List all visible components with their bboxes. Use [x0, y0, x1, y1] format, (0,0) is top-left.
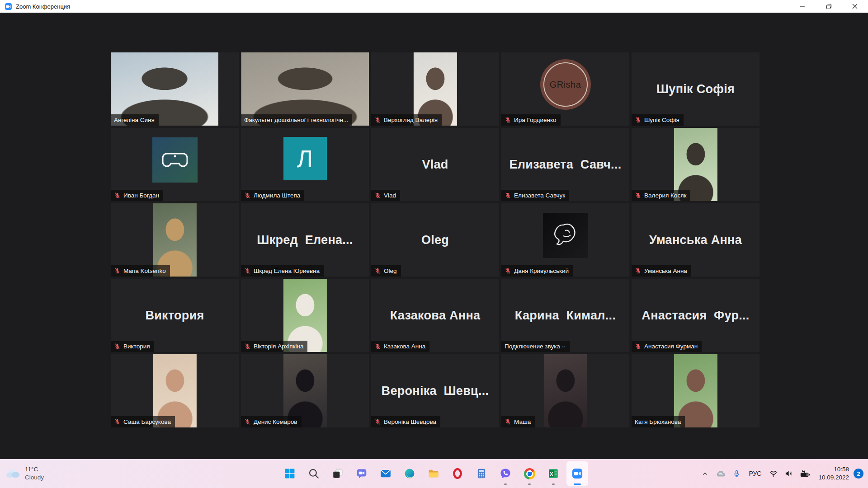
participant-grid: Ангеліна СиняФакультет дошкільної і техн…: [111, 52, 760, 427]
participant-tile[interactable]: Карина Кимал...Подключение звука ··: [501, 279, 629, 352]
participant-name-text: Vlad: [384, 192, 396, 199]
start-icon: [284, 468, 296, 479]
mic-muted-icon: [244, 192, 251, 199]
participant-tile[interactable]: ВикторияВиктория: [111, 279, 239, 352]
participant-name-label: Vlad: [371, 190, 400, 201]
language-indicator[interactable]: РУС: [744, 470, 766, 477]
participant-tile[interactable]: Шупік СофіяШупік Софія: [632, 52, 760, 126]
participant-name-label: Верхогляд Валерія: [371, 114, 442, 126]
taskbar-icon-chrome[interactable]: [519, 461, 540, 486]
tray-date: 10.09.2022: [818, 474, 849, 482]
participant-tile[interactable]: Вероніка Шевц...Вероніка Шевцова: [371, 354, 499, 427]
participant-tile[interactable]: OlegOleg: [371, 203, 499, 277]
participant-name-label: Саша Барсукова: [111, 416, 175, 427]
participant-name-label: Валерия Косяк: [632, 190, 690, 201]
participant-profile-image: [543, 213, 588, 258]
participant-tile[interactable]: Саша Барсукова: [111, 354, 239, 427]
taskbar-icon-teams-chat[interactable]: [351, 461, 373, 486]
participant-name-text: Саша Барсукова: [123, 418, 171, 425]
participant-tile[interactable]: Анастасия Фур...Анастасия Фурман: [632, 279, 760, 352]
participant-tile[interactable]: Уманська АннаУманська Анна: [632, 203, 760, 277]
participant-tile[interactable]: Елизавета Савч...Елизавета Савчук: [501, 128, 629, 201]
search-icon: [308, 468, 320, 479]
participant-name-text: Уманська Анна: [644, 267, 687, 274]
taskbar-icon-search[interactable]: [303, 461, 325, 486]
mail-icon: [380, 468, 392, 479]
battery-charging-icon[interactable]: [797, 465, 814, 483]
participant-name-label: Казакова Анна: [371, 341, 429, 352]
mic-muted-icon: [374, 117, 381, 123]
participant-name-text: Шкред Елена Юриевна: [254, 267, 320, 274]
taskbar-icon-file-explorer[interactable]: [423, 461, 444, 486]
opera-icon: [452, 468, 463, 479]
chrome-icon: [524, 468, 535, 479]
participant-tile[interactable]: GRishaИра Гордиенко: [501, 52, 629, 126]
participant-tile[interactable]: Денис Комаров: [241, 354, 369, 427]
wifi-icon[interactable]: [766, 465, 781, 483]
participant-tile[interactable]: Maria Kotsenko: [111, 203, 239, 277]
participant-tile[interactable]: Казакова АннаКазакова Анна: [371, 279, 499, 352]
game-controller-icon: [162, 152, 188, 168]
participant-tile[interactable]: Вікторія Архіпкіна: [241, 279, 369, 352]
meeting-stage: Ангеліна СиняФакультет дошкільної і техн…: [0, 13, 868, 459]
mic-muted-icon: [244, 267, 251, 274]
cloudy-weather-icon: [5, 467, 21, 480]
participant-profile-image: [152, 137, 198, 183]
sketch-art-icon: [550, 220, 581, 251]
participant-tile[interactable]: Шкред Елена...Шкред Елена Юриевна: [241, 203, 369, 277]
close-button[interactable]: [842, 0, 868, 13]
taskbar-icon-opera[interactable]: [447, 461, 468, 486]
zoom-app-icon: [5, 3, 12, 10]
mic-muted-icon: [635, 267, 642, 274]
participant-tile[interactable]: Валерия Косяк: [632, 128, 760, 201]
taskbar-icon-zoom[interactable]: [566, 461, 588, 486]
participant-tile[interactable]: Маша: [501, 354, 629, 427]
participant-name-text: Анастасия Фурман: [644, 343, 698, 350]
participant-avatar: GRisha: [540, 59, 591, 110]
participant-tile[interactable]: Катя Брюханова: [632, 354, 760, 427]
participant-tile[interactable]: ЛЛюдмила Штепа: [241, 128, 369, 201]
taskbar-icon-mail[interactable]: [375, 461, 396, 486]
participant-tile[interactable]: VladVlad: [371, 128, 499, 201]
weather-condition: Cloudy: [25, 474, 44, 482]
mic-muted-icon: [505, 192, 511, 199]
mic-muted-icon: [505, 418, 511, 425]
clock[interactable]: 10:58 10.09.2022: [814, 465, 852, 481]
participant-name-label: Маша: [501, 416, 535, 427]
volume-icon[interactable]: [781, 465, 797, 483]
microphone-icon[interactable]: [729, 465, 744, 483]
active-indicator: [574, 483, 581, 485]
participant-name-text: Казакова Анна: [384, 343, 425, 350]
taskbar-icon-excel[interactable]: X: [542, 461, 564, 486]
participant-name-label: Ангеліна Синя: [111, 114, 159, 126]
running-indicator: [504, 483, 507, 485]
participant-name-text: Даня Кривульський: [514, 267, 569, 274]
notification-badge[interactable]: 2: [854, 469, 863, 479]
running-indicator: [552, 483, 555, 485]
participant-tile[interactable]: Факультет дошкільної і технологічн...: [241, 52, 369, 126]
minimize-button[interactable]: [789, 0, 816, 13]
participant-name-text: Катя Брюханова: [635, 418, 681, 425]
mic-muted-icon: [244, 418, 251, 425]
participant-tile[interactable]: Верхогляд Валерія: [371, 52, 499, 126]
weather-widget[interactable]: 11°C Cloudy: [5, 463, 44, 484]
participant-name-label: Катя Брюханова: [632, 416, 685, 427]
mic-muted-icon: [374, 343, 381, 350]
restore-icon: [826, 4, 832, 9]
participant-name-label: Подключение звука ··: [501, 341, 570, 352]
onedrive-icon[interactable]: [712, 465, 729, 483]
window-title: Zoom Конференция: [16, 3, 70, 10]
participant-name-text: Подключение звука ··: [505, 343, 566, 350]
taskbar-icon-calculator[interactable]: [471, 461, 492, 486]
participant-tile[interactable]: Ангеліна Синя: [111, 52, 239, 126]
taskbar-icon-task-view[interactable]: [327, 461, 349, 486]
taskbar-icon-start[interactable]: [279, 461, 301, 486]
restore-button[interactable]: [816, 0, 842, 13]
participant-tile[interactable]: Иван Богдан: [111, 128, 239, 201]
taskbar-icon-viber[interactable]: [495, 461, 516, 486]
mic-muted-icon: [374, 418, 381, 425]
taskbar-icon-edge[interactable]: [399, 461, 420, 486]
participant-tile[interactable]: Даня Кривульський: [501, 203, 629, 277]
calculator-icon: [476, 468, 487, 479]
chevron-up-icon[interactable]: [698, 465, 712, 483]
